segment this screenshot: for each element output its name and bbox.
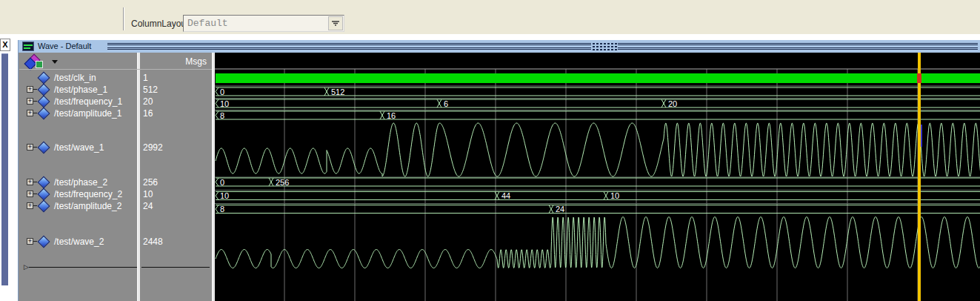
svg-text:6: 6	[444, 99, 448, 108]
svg-text:16: 16	[387, 111, 396, 120]
signal-diamond-icon	[38, 200, 50, 213]
signal-group-icon[interactable]	[24, 56, 47, 68]
signal-value-row[interactable]: 256	[140, 177, 212, 188]
titlebar-stripes	[107, 40, 978, 53]
chevron-down-icon[interactable]	[52, 60, 58, 67]
signal-value: 20	[143, 96, 153, 107]
expander-button[interactable]: +	[27, 98, 33, 105]
signal-name: /test/wave_2	[54, 236, 104, 247]
waveform-canvas[interactable]: 0512106208160256104410824	[215, 53, 980, 301]
svg-text:44: 44	[501, 191, 510, 200]
timeline-axis	[141, 267, 210, 268]
signal-row[interactable]: /test/clk_in	[19, 73, 137, 84]
signal-value-row[interactable]: 1	[140, 73, 212, 84]
column-layout-value[interactable]: Default	[187, 18, 228, 29]
signal-diamond-icon	[38, 188, 50, 201]
column-layout-combobox[interactable]: Default	[183, 15, 344, 32]
signal-value-row[interactable]: 2448	[140, 236, 212, 248]
signal-name: /test/phase_2	[54, 177, 107, 188]
signal-value-row[interactable]: 20	[140, 96, 212, 108]
signal-value-row[interactable]: 24	[140, 201, 212, 212]
signal-name: /test/clk_in	[54, 73, 96, 83]
signal-value-row[interactable]: 16	[140, 108, 212, 119]
svg-text:20: 20	[668, 99, 677, 108]
waveform-area[interactable]: 0512106208160256104410824	[215, 53, 980, 301]
signal-values-pane: Msgs 15122016299225610242448	[140, 53, 212, 301]
svg-text:512: 512	[331, 87, 344, 96]
signal-row[interactable]: +/test/wave_1	[19, 142, 137, 153]
svg-text:10: 10	[220, 191, 229, 200]
signal-value: 1	[143, 73, 148, 83]
expander-button[interactable]: +	[27, 191, 33, 197]
svg-text:24: 24	[556, 205, 564, 214]
signal-value: 24	[143, 201, 153, 211]
column-layout-label: ColumnLayout	[131, 19, 188, 29]
toolbar-separator	[123, 7, 124, 30]
signal-value: 512	[143, 85, 158, 95]
titlebar-grip[interactable]	[591, 42, 618, 51]
svg-text:8: 8	[220, 111, 224, 120]
signal-value-row[interactable]: 512	[140, 85, 212, 96]
signal-diamond-icon	[38, 84, 50, 96]
close-pane-button[interactable]: X	[0, 39, 10, 51]
svg-text:8: 8	[220, 205, 224, 214]
header-divider	[19, 69, 212, 70]
svg-text:10: 10	[220, 99, 229, 108]
signal-name: /test/amplitude_1	[54, 108, 121, 119]
timeline-pointer-icon: ▷	[24, 264, 29, 271]
expander-button[interactable]: +	[27, 238, 33, 245]
expander-button[interactable]: +	[27, 179, 33, 185]
expander-button[interactable]: +	[27, 86, 33, 93]
signal-name: /test/phase_1	[54, 85, 107, 95]
signal-row[interactable]: +/test/phase_1	[19, 85, 137, 96]
signal-row[interactable]: +/test/wave_2	[19, 236, 137, 248]
svg-text:0: 0	[220, 87, 224, 96]
signal-name: /test/wave_1	[54, 142, 104, 153]
signal-diamond-icon	[38, 236, 50, 248]
wave-titlebar[interactable]: Wave - Default	[19, 40, 980, 53]
signal-value: 16	[143, 108, 153, 119]
dropdown-stripes-icon	[331, 20, 340, 27]
signal-name: /test/frequency_1	[54, 96, 122, 107]
signal-row[interactable]: +/test/frequency_2	[19, 189, 137, 200]
signal-name: /test/amplitude_2	[54, 201, 121, 211]
wave-window-icon	[22, 42, 34, 51]
signal-row[interactable]: +/test/frequency_1	[19, 96, 137, 108]
signal-diamond-icon	[38, 96, 50, 108]
signal-diamond-icon	[38, 72, 50, 85]
signal-value: 256	[143, 177, 158, 188]
expander-button[interactable]: +	[27, 144, 33, 150]
msgs-column-header: Msgs	[185, 56, 207, 67]
timeline-axis	[29, 267, 137, 268]
svg-text:0: 0	[220, 178, 224, 187]
modelsim-wave-screen: ColumnLayout Default X Wave - Default	[0, 0, 980, 301]
signal-value-row[interactable]: 10	[140, 189, 212, 200]
signal-row[interactable]: +/test/amplitude_2	[19, 201, 137, 212]
svg-text:10: 10	[610, 191, 619, 200]
collapsed-pane-bar[interactable]	[1, 53, 8, 285]
svg-text:256: 256	[276, 178, 289, 187]
signal-diamond-icon	[38, 176, 50, 189]
expander-button[interactable]: +	[27, 202, 33, 209]
wave-window: Wave - Default /test/clk_in+/test/phase_…	[18, 40, 980, 301]
column-layout-dropdown-button[interactable]	[328, 16, 343, 30]
signal-diamond-icon	[38, 108, 50, 120]
toolbar: ColumnLayout Default	[0, 0, 980, 34]
signal-row[interactable]: +/test/amplitude_1	[19, 108, 137, 119]
wave-window-title: Wave - Default	[38, 42, 91, 50]
signal-row[interactable]: +/test/phase_2	[19, 177, 137, 188]
signal-diamond-icon	[38, 142, 50, 154]
signal-name: /test/frequency_2	[54, 189, 122, 199]
signal-value-row[interactable]: 2992	[140, 142, 212, 153]
signal-names-pane: /test/clk_in+/test/phase_1+/test/frequen…	[19, 53, 137, 301]
column-splitter[interactable]	[137, 53, 140, 301]
signal-value: 2992	[143, 142, 163, 153]
expander-button[interactable]: +	[27, 110, 33, 116]
signal-value: 2448	[143, 236, 163, 247]
signal-value: 10	[143, 189, 153, 199]
